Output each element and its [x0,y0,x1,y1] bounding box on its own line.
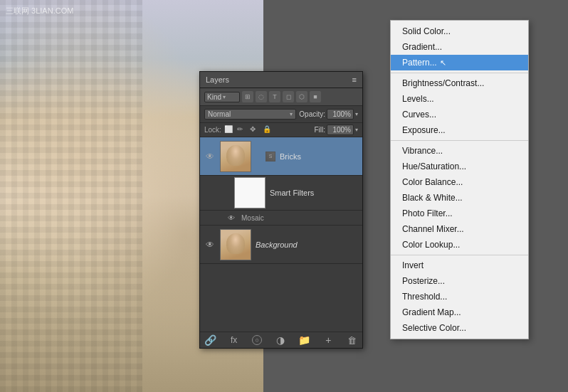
menu-item-vibrance[interactable]: Vibrance... [391,143,528,159]
menu-label-color-balance: Color Balance... [402,177,463,187]
lock-move-icon[interactable]: ✥ [250,125,260,135]
menu-label-gradient-map: Gradient Map... [402,307,461,317]
opacity-arrow: ▾ [355,111,358,117]
menu-item-channel-mixer[interactable]: Channel Mixer... [391,221,528,237]
filter-text-icon[interactable]: T [269,91,280,102]
blend-mode-arrow: ▾ [290,111,293,117]
menu-item-pattern[interactable]: Pattern... ↖ [391,55,528,70]
lock-pixel-icon[interactable]: ⬜ [224,125,234,135]
kind-dropdown-arrow: ▾ [223,94,226,100]
filter-smart-icon[interactable]: ⬡ [296,91,307,102]
adjustment-layer-icon[interactable]: ◑ [275,334,286,346]
layers-toolbar: Kind ▾ ⊞ ◌ T ◻ ⬡ ■ [200,88,362,106]
layer-item-mosaic[interactable]: 👁 Mosaic [200,211,362,226]
menu-label-brightness: Brightness/Contrast... [402,78,484,88]
menu-item-invert[interactable]: Invert [391,258,528,273]
menu-item-solid-color[interactable]: Solid Color... [391,23,528,39]
opacity-value[interactable]: 100% [327,109,354,120]
menu-separator-1 [391,73,528,73]
menu-item-photo-filter[interactable]: Photo Filter... [391,206,528,221]
watermark-text: 三联网 3LIAN.COM [6,6,73,15]
menu-item-posterize[interactable]: Posterize... [391,273,528,289]
link-layers-icon[interactable]: 🔗 [204,334,216,346]
menu-item-color-balance[interactable]: Color Balance... [391,174,528,190]
menu-label-vibrance: Vibrance... [402,146,443,156]
eye-icon-bricks[interactable]: 👁 [204,151,216,162]
layer-item-bricks[interactable]: 👁 S Bricks [200,137,362,176]
layer-thumb-smart [234,177,265,208]
layers-panel: Layers ≡ Kind ▾ ⊞ ◌ T ◻ ⬡ ■ Normal ▾ Opa… [199,71,363,349]
layer-thumb-background [220,229,251,260]
menu-label-curves: Curves... [402,110,436,120]
layer-thumb-bricks [220,141,251,172]
lock-fill-row: Lock: ⬜ ✏ ✥ 🔒 Fill: 100% ▾ [200,123,362,137]
fill-value[interactable]: 100% [327,125,354,135]
filter-adjust-icon[interactable]: ◌ [256,91,267,102]
opacity-control: Opacity: 100% ▾ [299,109,358,120]
menu-item-black-white[interactable]: Black & White... [391,190,528,206]
filter-pixel-icon[interactable]: ⊞ [242,91,253,102]
add-mask-icon[interactable]: ○ [252,335,262,345]
layers-bottom-toolbar: 🔗 fx ○ ◑ 📁 + 🗑 [200,332,362,348]
smart-object-badge: S [265,152,275,161]
layer-item-background[interactable]: 👁 Background [200,226,362,264]
menu-label-photo-filter: Photo Filter... [402,208,453,218]
menu-item-exposure[interactable]: Exposure... [391,122,528,138]
menu-label-solid-color: Solid Color... [402,26,451,36]
menu-item-selective-color[interactable]: Selective Color... [391,320,528,336]
layer-name-bricks: Bricks [280,152,358,161]
lock-all-icon[interactable]: 🔒 [263,125,273,135]
menu-label-color-lookup: Color Lookup... [402,240,460,250]
lock-draw-icon[interactable]: ✏ [237,125,247,135]
kind-label: Kind [207,93,221,101]
opacity-label: Opacity: [299,110,325,118]
layers-list: 👁 S Bricks Smart Filters 👁 Mosaic [200,137,362,332]
layers-title-bar: Layers ≡ [200,72,362,88]
menu-label-invert: Invert [402,260,424,270]
menu-label-bw: Black & White... [402,193,463,203]
layers-panel-menu[interactable]: ≡ [352,75,357,84]
menu-item-color-lookup[interactable]: Color Lookup... [391,237,528,253]
menu-label-channel-mixer: Channel Mixer... [402,224,464,234]
blend-opacity-row: Normal ▾ Opacity: 100% ▾ [200,106,362,123]
eye-icon-background[interactable]: 👁 [204,239,216,250]
menu-separator-2 [391,140,528,141]
group-layers-icon[interactable]: 📁 [299,334,310,346]
filter-shape-icon[interactable]: ◻ [283,91,294,102]
new-layer-icon[interactable]: + [322,334,334,346]
menu-separator-3 [391,255,528,255]
menu-label-exposure: Exposure... [402,125,446,135]
layer-item-smart-filters[interactable]: Smart Filters [200,176,362,211]
fill-arrow: ▾ [355,127,358,133]
menu-item-curves[interactable]: Curves... [391,107,528,122]
context-menu: Solid Color... Gradient... Pattern... ↖ … [390,20,529,339]
menu-item-gradient-map[interactable]: Gradient Map... [391,304,528,320]
menu-item-levels[interactable]: Levels... [391,91,528,107]
menu-item-hue-saturation[interactable]: Hue/Saturation... [391,159,528,174]
menu-item-brightness-contrast[interactable]: Brightness/Contrast... [391,75,528,91]
blend-mode-value: Normal [208,110,231,118]
menu-label-levels: Levels... [402,94,434,104]
layer-name-smart: Smart Filters [270,189,314,197]
layer-effects-icon[interactable]: fx [228,334,240,346]
watermark: 三联网 3LIAN.COM [6,6,73,16]
menu-item-gradient[interactable]: Gradient... [391,39,528,55]
layer-name-background: Background [256,240,358,249]
menu-label-gradient: Gradient... [402,42,442,52]
smart-filters-row: Smart Filters [234,177,314,208]
delete-layer-icon[interactable]: 🗑 [347,334,358,346]
filter-color-icon[interactable]: ■ [310,91,321,102]
cursor-indicator: ↖ [440,58,446,68]
menu-label-hue-sat: Hue/Saturation... [402,161,466,171]
fill-label: Fill: [314,126,325,134]
blend-mode-dropdown[interactable]: Normal ▾ [204,109,296,120]
lock-label: Lock: [204,126,221,134]
kind-dropdown[interactable]: Kind ▾ [204,92,240,102]
menu-item-threshold[interactable]: Threshold... [391,289,528,304]
fill-control: Fill: 100% ▾ [314,125,358,135]
eye-icon-mosaic[interactable]: 👁 [226,212,237,223]
layers-panel-title: Layers [206,75,229,84]
menu-label-threshold: Threshold... [402,292,447,302]
menu-label-posterize: Posterize... [402,276,445,286]
menu-label-pattern: Pattern... [402,58,437,68]
